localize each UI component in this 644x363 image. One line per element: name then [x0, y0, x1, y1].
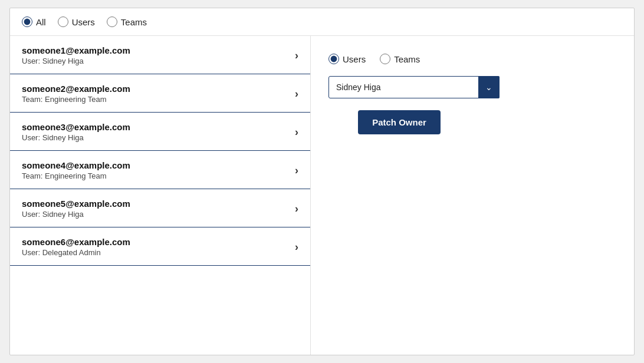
list-item-text: someone3@example.com User: Sidney Higa	[22, 122, 130, 142]
owner-select[interactable]: Sidney HigaDelegated AdminEngineering Te…	[328, 76, 500, 98]
rp-filter-teams-radio[interactable]	[380, 54, 390, 64]
filter-all[interactable]: All	[22, 16, 46, 27]
filter-teams-radio[interactable]	[107, 16, 117, 27]
list-item-email: someone6@example.com	[22, 237, 130, 247]
top-filter-bar: All Users Teams	[10, 8, 634, 36]
rp-filter-teams[interactable]: Teams	[380, 54, 420, 64]
patch-owner-button[interactable]: Patch Owner	[358, 110, 441, 134]
list-item-text: someone2@example.com Team: Engineering T…	[22, 84, 130, 104]
filter-teams-label: Teams	[121, 17, 147, 27]
list-item[interactable]: someone4@example.com Team: Engineering T…	[10, 151, 310, 189]
list-item-sub: Team: Engineering Team	[22, 95, 130, 104]
main-container: All Users Teams someone1@example.com Use…	[9, 8, 635, 355]
chevron-right-icon: ›	[295, 88, 298, 100]
top-radio-group: All Users Teams	[22, 16, 147, 27]
list-item-text: someone6@example.com User: Delegated Adm…	[22, 237, 130, 257]
rp-filter-users[interactable]: Users	[328, 54, 366, 64]
chevron-right-icon: ›	[295, 50, 298, 62]
rp-filter-users-label: Users	[343, 54, 366, 64]
chevron-right-icon: ›	[295, 164, 298, 177]
list-item[interactable]: someone5@example.com User: Sidney Higa ›	[10, 189, 310, 227]
rp-filter-teams-label: Teams	[394, 54, 420, 64]
filter-teams[interactable]: Teams	[107, 16, 147, 27]
list-item[interactable]: someone6@example.com User: Delegated Adm…	[10, 227, 310, 266]
right-radio-group: Users Teams	[328, 54, 616, 64]
list-item[interactable]: someone3@example.com User: Sidney Higa ›	[10, 113, 310, 151]
list-item-sub: User: Delegated Admin	[22, 248, 130, 257]
list-item[interactable]: someone1@example.com User: Sidney Higa ›	[10, 36, 310, 74]
right-panel: Users Teams Sidney HigaDelegated AdminEn…	[311, 36, 634, 355]
list-item-sub: Team: Engineering Team	[22, 171, 130, 180]
filter-users-radio[interactable]	[58, 16, 68, 27]
list-item-email: someone5@example.com	[22, 199, 130, 209]
owner-select-wrapper: Sidney HigaDelegated AdminEngineering Te…	[328, 76, 500, 98]
list-item-email: someone1@example.com	[22, 45, 130, 55]
left-panel: someone1@example.com User: Sidney Higa ›…	[10, 36, 311, 355]
list-item-sub: User: Sidney Higa	[22, 210, 130, 219]
content-area: someone1@example.com User: Sidney Higa ›…	[10, 36, 634, 355]
list-item-email: someone2@example.com	[22, 84, 130, 94]
list-item-text: someone4@example.com Team: Engineering T…	[22, 160, 130, 180]
chevron-right-icon: ›	[295, 203, 298, 215]
filter-users[interactable]: Users	[58, 16, 95, 27]
list-item-email: someone3@example.com	[22, 122, 130, 132]
list-item-email: someone4@example.com	[22, 160, 130, 170]
list-item-sub: User: Sidney Higa	[22, 133, 130, 142]
chevron-right-icon: ›	[295, 126, 298, 138]
filter-all-label: All	[36, 17, 46, 27]
chevron-right-icon: ›	[295, 241, 298, 253]
list-item[interactable]: someone2@example.com Team: Engineering T…	[10, 74, 310, 113]
filter-users-label: Users	[72, 17, 95, 27]
list-item-text: someone1@example.com User: Sidney Higa	[22, 45, 130, 65]
rp-filter-users-radio[interactable]	[328, 54, 339, 64]
list-item-sub: User: Sidney Higa	[22, 57, 130, 65]
list-item-text: someone5@example.com User: Sidney Higa	[22, 199, 130, 219]
filter-all-radio[interactable]	[22, 16, 32, 27]
